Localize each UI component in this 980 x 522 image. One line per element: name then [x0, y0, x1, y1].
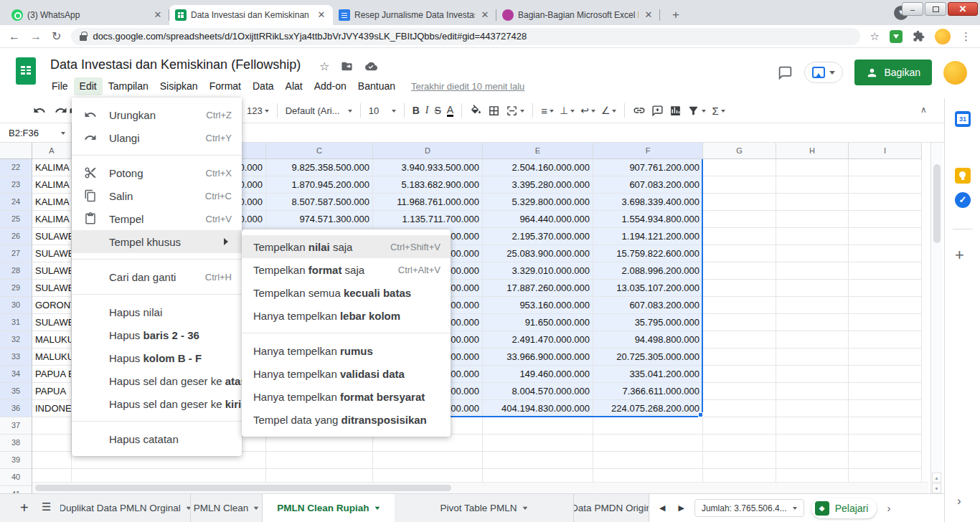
cell-I24[interactable]	[849, 194, 922, 211]
cell-H37[interactable]	[776, 417, 849, 435]
chevron-right-icon[interactable]: ›	[887, 502, 890, 514]
vertical-scrollbar[interactable]: ▲ ▼	[930, 143, 942, 493]
window-close-button[interactable]: ✕	[948, 2, 978, 16]
cell-G31[interactable]	[703, 314, 776, 331]
cell-G34[interactable]	[703, 366, 776, 383]
menu-item-tempelkan-format[interactable]: Tempelkan format sajaCtrl+Alt+V	[242, 258, 451, 281]
cell-E38[interactable]	[483, 435, 593, 452]
cell-A39[interactable]	[32, 452, 72, 469]
row-header-39[interactable]: 39	[0, 452, 32, 469]
sheet-tab-menu-icon[interactable]	[374, 507, 380, 513]
cell-E33[interactable]: 33.966.900.000.000	[483, 348, 593, 366]
star-document-icon[interactable]: ☆	[319, 60, 329, 73]
cell-I34[interactable]	[849, 366, 922, 383]
cell-A31[interactable]: SULAWE	[32, 314, 72, 331]
browser-profile-avatar[interactable]	[935, 29, 951, 44]
row-header-28[interactable]: 28	[0, 262, 32, 280]
row-header-26[interactable]: 26	[0, 228, 32, 245]
cell-F28[interactable]: 2.088.996.200.000	[593, 262, 703, 280]
reload-icon[interactable]: ↻	[52, 29, 61, 43]
sheet-tab-data-pmdn-origin[interactable]: Data PMDN Origin	[574, 494, 649, 522]
cell-I36[interactable]	[849, 400, 922, 417]
insert-chart-icon[interactable]	[666, 103, 684, 118]
font-family-dropdown[interactable]: Default (Ari...	[283, 104, 355, 118]
scroll-tabs-left-icon[interactable]: ◀	[656, 503, 668, 513]
cell-H22[interactable]	[776, 159, 849, 176]
menu-item-hanya-tempelkan-lebar-kolom[interactable]: Hanya tempelkan lebar kolom	[242, 304, 451, 327]
browser-tab-bagian-bagian-microsoft-excel-be[interactable]: Bagian-Bagian Microsoft Excel Be✕	[496, 5, 660, 25]
menu-item-tempel-data-yang-ditransposisikan[interactable]: Tempel data yang ditransposisikan	[242, 408, 451, 431]
cell-A33[interactable]: MALUKU	[32, 348, 72, 366]
cell-H23[interactable]	[776, 176, 849, 194]
last-edited-link[interactable]: Terakhir diedit 10 menit lalu	[411, 81, 524, 92]
cell-H28[interactable]	[776, 262, 849, 280]
cloud-status-icon[interactable]	[364, 60, 378, 72]
cell-I33[interactable]	[849, 348, 922, 366]
name-box[interactable]: B2:F36	[0, 123, 72, 143]
browser-menu-kebab-icon[interactable]: ⋮	[961, 30, 971, 43]
cell-E25[interactable]: 964.440.000.000	[483, 211, 593, 228]
cell-F39[interactable]	[593, 452, 703, 469]
row-header-37[interactable]: 37	[0, 417, 32, 435]
strikethrough-button[interactable]: S	[432, 103, 444, 118]
cell-D22[interactable]: 3.940.933.500.000	[373, 159, 483, 176]
menu-item-tempel-khusus[interactable]: Tempel khusus	[72, 230, 242, 253]
add-addon-button[interactable]: +	[955, 246, 964, 265]
menubar-item-format[interactable]: Format	[204, 77, 247, 95]
cell-F34[interactable]: 335.041.200.000	[593, 366, 703, 383]
share-button[interactable]: Bagikan	[854, 60, 932, 85]
row-header-41[interactable]: 41	[0, 486, 32, 493]
cell-A27[interactable]: SULAWE	[32, 245, 72, 262]
tab-close-icon[interactable]: ✕	[479, 9, 491, 21]
row-header-34[interactable]: 34	[0, 366, 32, 383]
cell-C39[interactable]	[266, 452, 373, 469]
cell-I32[interactable]	[849, 331, 922, 348]
insert-comment-icon[interactable]	[649, 103, 666, 118]
window-minimize-button[interactable]: –	[902, 2, 923, 16]
cell-A29[interactable]: SULAWE	[32, 280, 72, 297]
document-title[interactable]: Data Investasi dan Kemiskinan (Fellowshi…	[50, 57, 301, 72]
new-tab-button[interactable]: +	[667, 6, 684, 24]
fill-color-button[interactable]	[467, 103, 485, 118]
select-all-corner[interactable]	[0, 143, 32, 159]
cell-G22[interactable]	[703, 159, 776, 176]
cell-D23[interactable]: 5.183.682.900.000	[373, 176, 483, 194]
cell-F32[interactable]: 94.498.800.000	[593, 331, 703, 348]
cell-F35[interactable]: 7.366.611.000.000	[593, 383, 703, 400]
row-header-36[interactable]: 36	[0, 400, 32, 417]
cell-A25[interactable]: KALIMA	[32, 211, 72, 228]
cell-E27[interactable]: 25.083.900.000.000	[483, 245, 593, 262]
row-header-35[interactable]: 35	[0, 383, 32, 400]
cell-A36[interactable]: INDONE	[32, 400, 72, 417]
cell-G36[interactable]	[703, 400, 776, 417]
row-header-40[interactable]: 40	[0, 469, 32, 486]
cell-I26[interactable]	[849, 228, 922, 245]
explore-button[interactable]: ◆ Pelajari	[811, 498, 877, 518]
cell-D39[interactable]	[373, 452, 483, 469]
row-header-31[interactable]: 31	[0, 314, 32, 331]
cell-I38[interactable]	[849, 435, 922, 452]
cell-F26[interactable]: 1.194.121.200.000	[593, 228, 703, 245]
cell-E23[interactable]: 3.395.280.000.000	[483, 176, 593, 194]
cell-G33[interactable]	[703, 348, 776, 366]
cell-H30[interactable]	[776, 297, 849, 314]
cell-F25[interactable]: 1.554.934.800.000	[593, 211, 703, 228]
url-omnibox[interactable]: docs.google.com/spreadsheets/d/1OxijttRR…	[71, 28, 859, 45]
sheet-tab-menu-icon[interactable]	[522, 507, 527, 513]
cell-E29[interactable]: 17.887.260.000.000	[483, 280, 593, 297]
borders-button[interactable]	[485, 103, 503, 118]
window-maximize-button[interactable]	[925, 2, 946, 16]
sheet-tab-menu-icon[interactable]	[186, 507, 191, 513]
secure-lock-icon[interactable]	[80, 35, 87, 41]
italic-button[interactable]: I	[423, 103, 432, 118]
cell-G23[interactable]	[703, 176, 776, 194]
back-icon[interactable]: ←	[9, 30, 20, 43]
font-size-dropdown[interactable]: 10	[366, 104, 399, 118]
column-header-e[interactable]: E	[483, 143, 593, 159]
cell-H33[interactable]	[776, 348, 849, 366]
all-sheets-menu-icon[interactable]: ☰	[42, 500, 50, 513]
cell-C22[interactable]: 9.825.358.500.000	[266, 159, 373, 176]
cell-E22[interactable]: 2.504.160.000.000	[483, 159, 593, 176]
cell-I30[interactable]	[849, 297, 922, 314]
cell-D25[interactable]: 1.135.711.700.000	[373, 211, 483, 228]
